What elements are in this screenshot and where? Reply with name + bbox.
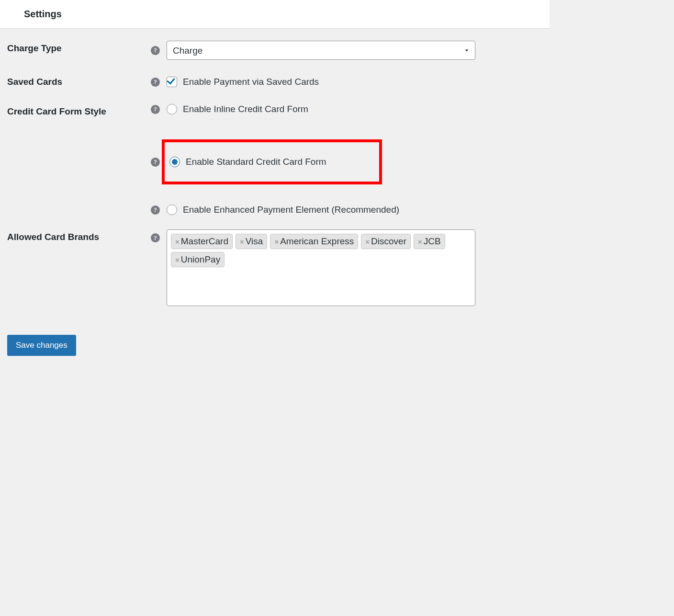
page-title: Settings xyxy=(14,9,535,20)
brand-tag: American Express xyxy=(270,234,358,249)
brand-tag: JCB xyxy=(414,234,445,249)
remove-tag-icon[interactable] xyxy=(274,238,279,246)
highlight-box: Enable Standard Credit Card Form xyxy=(162,139,382,184)
help-icon[interactable] xyxy=(151,46,160,55)
charge-type-select[interactable]: Charge Authorize xyxy=(167,41,475,60)
remove-tag-icon[interactable] xyxy=(418,238,422,246)
page-header: Settings xyxy=(0,0,550,29)
brand-tag: Discover xyxy=(361,234,411,249)
saved-cards-label: Saved Cards xyxy=(7,67,146,97)
help-icon[interactable] xyxy=(151,78,160,87)
remove-tag-icon[interactable] xyxy=(240,238,244,246)
charge-type-label: Charge Type xyxy=(7,34,146,67)
remove-tag-icon[interactable] xyxy=(175,256,180,264)
allowed-brands-label: Allowed Card Brands xyxy=(7,222,146,313)
help-icon[interactable] xyxy=(151,205,160,215)
allowed-brands-tag-input[interactable]: MasterCard Visa American Express Discove… xyxy=(167,229,475,306)
brand-tag: UnionPay xyxy=(171,252,225,267)
settings-content: Charge Type Charge Authorize Saved Cards xyxy=(0,29,550,375)
brand-tag: Visa xyxy=(236,234,267,249)
save-changes-button[interactable]: Save changes xyxy=(7,335,76,356)
form-style-radio-label[interactable]: Enable Enhanced Payment Element (Recomme… xyxy=(183,205,399,215)
form-style-label: Credit Card Form Style xyxy=(7,97,146,222)
help-icon[interactable] xyxy=(151,233,160,242)
help-icon[interactable] xyxy=(151,158,160,167)
brand-tag: MasterCard xyxy=(171,234,233,249)
remove-tag-icon[interactable] xyxy=(365,238,370,246)
form-style-radio-label[interactable]: Enable Standard Credit Card Form xyxy=(186,157,326,167)
remove-tag-icon[interactable] xyxy=(175,238,180,246)
form-style-radio-standard[interactable] xyxy=(169,157,180,167)
form-style-radio-inline[interactable] xyxy=(167,104,177,114)
form-style-radio-enhanced[interactable] xyxy=(167,205,177,215)
help-icon[interactable] xyxy=(151,105,160,114)
saved-cards-checkbox-label[interactable]: Enable Payment via Saved Cards xyxy=(183,77,319,87)
saved-cards-checkbox[interactable] xyxy=(167,77,177,87)
form-style-radio-label[interactable]: Enable Inline Credit Card Form xyxy=(183,104,308,114)
